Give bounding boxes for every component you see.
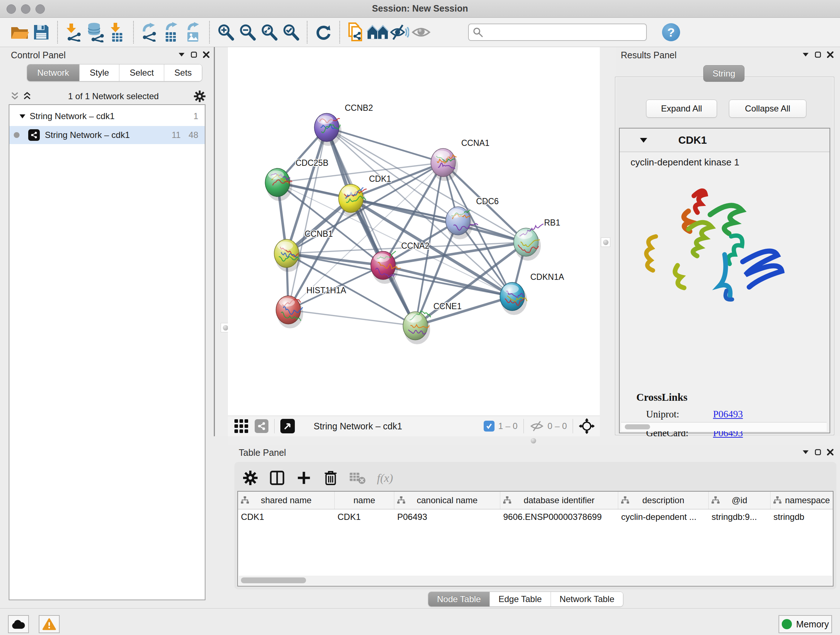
- control-panel-close-button[interactable]: [200, 49, 212, 60]
- results-horizontal-scrollbar[interactable]: [621, 422, 827, 431]
- import-table-button[interactable]: [106, 21, 128, 44]
- show-hidden-button[interactable]: [410, 21, 432, 44]
- cell-name[interactable]: CDK1: [335, 509, 394, 525]
- cell-id[interactable]: stringdb:9...: [709, 509, 771, 525]
- network-node-CDKN1A[interactable]: CDKN1A: [500, 272, 564, 315]
- export-image-button[interactable]: [182, 21, 204, 44]
- save-session-button[interactable]: [30, 21, 52, 44]
- open-folder-icon: [10, 24, 29, 41]
- cell-description[interactable]: cyclin-dependent ...: [618, 509, 709, 525]
- crosslink-label: Uniprot:: [646, 409, 679, 420]
- column-header-shared-name[interactable]: shared name: [238, 492, 335, 509]
- collapse-all-networks-button[interactable]: [9, 91, 21, 102]
- column-header-database-identifier[interactable]: database identifier: [500, 492, 618, 509]
- toolbar-separator: [57, 21, 58, 43]
- delete-table-button[interactable]: [347, 468, 368, 488]
- import-network-button[interactable]: [63, 21, 85, 44]
- tab-network[interactable]: Network: [27, 65, 80, 81]
- cell-canonical-name[interactable]: P06493: [394, 509, 500, 525]
- function-builder-button[interactable]: f(x): [377, 471, 393, 485]
- table-panel-close-button[interactable]: [824, 447, 836, 458]
- table-row[interactable]: CDK1 CDK1 P06493 9606.ENSP00000378699 cy…: [238, 509, 833, 525]
- network-node-HIST1H1A[interactable]: HIST1H1A: [276, 286, 347, 328]
- network-node-CCNE1[interactable]: CCNE1: [403, 302, 462, 344]
- network-node-CCNA1[interactable]: CCNA1: [431, 138, 489, 181]
- birdseye-view-button[interactable]: [280, 419, 295, 433]
- crosshair-icon[interactable]: [579, 418, 595, 434]
- tab-style[interactable]: Style: [80, 65, 119, 81]
- uniprot-link[interactable]: P06493: [713, 409, 743, 420]
- control-panel-float-button[interactable]: [188, 49, 200, 60]
- network-collection-row[interactable]: String Network – cdk1 1: [9, 107, 205, 125]
- zoom-selected-button[interactable]: [280, 21, 302, 44]
- expand-all-networks-button[interactable]: [21, 91, 33, 102]
- network-edge-count: 48: [188, 130, 198, 140]
- network-column-icon: [621, 496, 629, 504]
- selected-nodes-checkbox[interactable]: [484, 421, 494, 432]
- search-input[interactable]: [483, 27, 646, 38]
- import-network-from-database-button[interactable]: [85, 21, 106, 44]
- gene-section-header[interactable]: CDK1: [620, 128, 829, 152]
- left-splitter[interactable]: [214, 47, 229, 436]
- cell-namespace[interactable]: stringdb: [771, 509, 833, 525]
- warnings-button[interactable]: [39, 615, 60, 633]
- control-panel-menu-button[interactable]: [175, 49, 188, 60]
- tab-select[interactable]: Select: [119, 65, 164, 81]
- tab-string[interactable]: String: [703, 65, 745, 82]
- tab-edge-table[interactable]: Edge Table: [490, 592, 551, 606]
- open-session-button[interactable]: [9, 21, 30, 44]
- network-graph[interactable]: CCNB2CCNA1CDC25BCDK1CDC6RB1CCNB1CCNA2CDK…: [228, 47, 600, 416]
- network-node-RB1[interactable]: RB1: [514, 218, 561, 261]
- results-panel-menu-button[interactable]: [799, 49, 812, 60]
- toolbar-search: [468, 24, 647, 41]
- scrollbar-thumb[interactable]: [241, 578, 306, 583]
- clone-network-button[interactable]: [345, 21, 367, 44]
- show-columns-button[interactable]: [267, 468, 287, 488]
- tab-network-table[interactable]: Network Table: [551, 592, 623, 606]
- cell-database-identifier[interactable]: 9606.ENSP00000378699: [500, 509, 618, 525]
- hidden-eye-icon: [530, 420, 544, 432]
- delete-column-button[interactable]: [321, 468, 341, 488]
- string-home-button[interactable]: [367, 21, 388, 44]
- column-header-name[interactable]: name: [335, 492, 394, 509]
- cloud-status-button[interactable]: [8, 615, 29, 633]
- node-label-CCNB2: CCNB2: [345, 103, 373, 112]
- zoom-out-button[interactable]: [237, 21, 258, 44]
- column-header-namespace[interactable]: namespace: [771, 492, 833, 509]
- network-row[interactable]: String Network – cdk1 11 48: [9, 126, 205, 144]
- results-panel-close-button[interactable]: [824, 49, 836, 60]
- add-column-button[interactable]: [294, 468, 314, 488]
- cell-shared-name[interactable]: CDK1: [238, 509, 335, 525]
- hide-selected-button[interactable]: [388, 21, 410, 44]
- tab-sets[interactable]: Sets: [164, 65, 202, 81]
- export-table-button[interactable]: [161, 21, 182, 44]
- table-options-button[interactable]: [240, 468, 261, 488]
- export-network-button[interactable]: [139, 21, 161, 44]
- tab-node-table[interactable]: Node Table: [428, 592, 490, 606]
- network-canvas[interactable]: CCNB2CCNA1CDC25BCDK1CDC6RB1CCNB1CCNA2CDK…: [228, 47, 600, 416]
- column-header-description[interactable]: description: [618, 492, 709, 509]
- network-options-button[interactable]: [194, 91, 206, 102]
- gene-description: cyclin-dependent kinase 1: [630, 157, 739, 168]
- results-panel-float-button[interactable]: [812, 49, 824, 60]
- node-label-CDC25B: CDC25B: [295, 158, 328, 168]
- collapse-all-button[interactable]: Collapse All: [729, 100, 806, 118]
- expand-all-button[interactable]: Expand All: [646, 100, 717, 118]
- zoom-fit-button[interactable]: [258, 21, 280, 44]
- string-view-button[interactable]: [255, 419, 268, 433]
- memory-button[interactable]: Memory: [778, 615, 832, 633]
- column-header-id[interactable]: @id: [709, 492, 771, 509]
- chevron-down-icon: [802, 52, 809, 57]
- zoom-in-button[interactable]: [215, 21, 237, 44]
- help-button[interactable]: ?: [662, 23, 680, 41]
- table-horizontal-scrollbar[interactable]: [239, 576, 832, 585]
- table-panel-menu-button[interactable]: [799, 447, 812, 458]
- grid-view-button[interactable]: [233, 418, 249, 434]
- toolbar-separator: [133, 21, 134, 43]
- refresh-view-button[interactable]: [313, 21, 334, 44]
- right-splitter-collapse-button[interactable]: [601, 238, 610, 247]
- column-header-canonical-name[interactable]: canonical name: [394, 492, 500, 509]
- table-panel-float-button[interactable]: [812, 447, 824, 458]
- horizontal-splitter-handle[interactable]: [529, 436, 538, 445]
- collapse-section-icon[interactable]: [640, 138, 647, 143]
